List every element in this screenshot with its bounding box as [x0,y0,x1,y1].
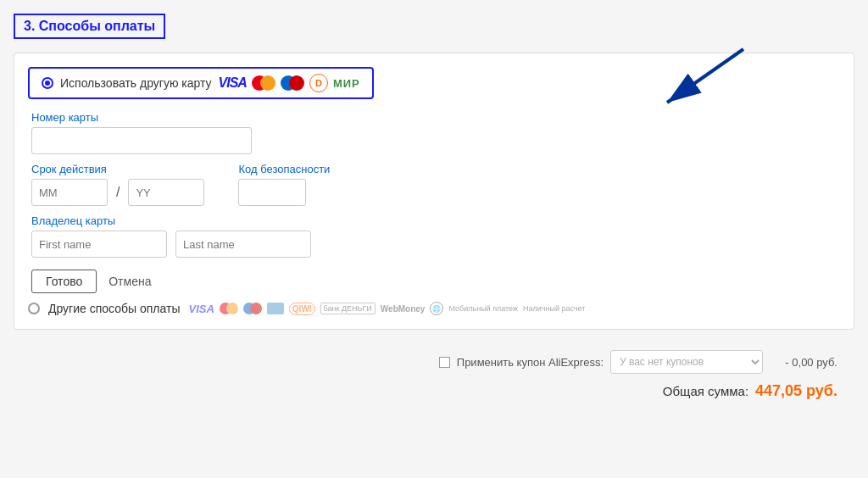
total-label: Общая сумма: [663,384,748,398]
use-card-label: Использовать другую карту [60,76,212,90]
bank-transfer-icon [267,303,284,314]
other-payment-label: Другие способы оплаты [48,302,180,315]
coupon-discount: - 0,00 руб. [770,356,837,369]
webmoney-logo: WebMoney [381,304,426,314]
cardholder-label: Владелец карты [31,214,840,227]
total-amount: 447,05 руб. [755,382,837,400]
last-name-input[interactable] [175,231,311,258]
bank-denga-logo: банк ДЕНЬГИ [320,303,376,314]
radio-selected-indicator [42,77,53,89]
card-number-label: Номер карты [31,111,840,124]
visa-logo: VISA [219,75,247,91]
security-input[interactable] [238,179,306,206]
card-logos: VISA D МИР [219,74,360,92]
slash-separator: / [116,185,120,200]
coupon-select[interactable]: У вас нет купонов [610,350,763,374]
radio-other-unselected [28,303,40,314]
globe-icon: 🌐 [430,302,443,315]
coupon-label: Применить купон AliExpress: [457,356,604,369]
mir-logo: МИР [333,77,360,90]
qiwi-logo: QIWI [289,303,315,315]
mastercard-logo [252,75,275,91]
done-button[interactable]: Готово [31,270,97,293]
payment-panel: Использовать другую карту VISA D МИР [14,53,854,330]
expiry-mm-input[interactable] [31,179,108,206]
radio-use-card[interactable]: Использовать другую карту VISA D МИР [28,67,374,99]
coupon-checkbox[interactable] [439,357,450,368]
card-number-input[interactable] [31,127,252,154]
expiry-yy-input[interactable] [128,179,204,206]
security-label: Код безопасности [238,163,330,175]
expiry-label: Срок действия [31,163,204,175]
cancel-button[interactable]: Отмена [108,275,151,288]
maestro-logo [281,75,304,91]
cash-payment-logo: Наличный расчет [523,304,585,313]
first-name-input[interactable] [31,231,167,258]
other-logos: VISA QIWI банк ДЕНЬГИ WebMoney 🌐 Мобильн… [188,302,585,315]
mobile-payment-logo: Мобильный платеж [448,304,518,313]
diners-logo: D [309,74,328,92]
section-title: 3. Способы оплаты [14,14,165,39]
